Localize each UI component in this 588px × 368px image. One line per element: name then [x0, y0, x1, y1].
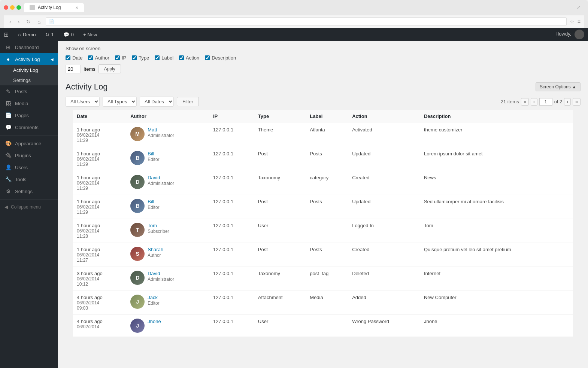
- cell-type-4: User: [254, 219, 306, 243]
- users-filter[interactable]: All Users: [66, 97, 100, 107]
- bookmark-icon[interactable]: ☆: [570, 19, 575, 25]
- address-bar[interactable]: 📄: [46, 17, 567, 26]
- user-avatar[interactable]: [575, 30, 584, 39]
- table-header-row: Date Author IP Type Label Action Descrip…: [73, 110, 573, 123]
- sidebar-item-settings[interactable]: ⚙ Settings: [0, 185, 58, 197]
- pagination-first-btn[interactable]: «: [521, 98, 529, 106]
- author-name-8[interactable]: Jhone: [148, 319, 161, 324]
- checkbox-type-input[interactable]: [132, 55, 137, 60]
- sidebar-item-activity-log[interactable]: ● Activity Log ◀: [0, 53, 58, 65]
- cell-type-0: Theme: [254, 123, 306, 147]
- collapse-icon: ◀: [4, 204, 8, 210]
- sidebar-divider-1: [0, 135, 58, 136]
- checkbox-date[interactable]: Date: [66, 55, 82, 61]
- forward-button[interactable]: ›: [16, 18, 22, 25]
- checkbox-ip[interactable]: IP: [115, 55, 126, 61]
- author-role-7: Editor: [148, 301, 159, 306]
- cell-date-7: 4 hours ago 06/02/2014 09:03: [73, 291, 127, 315]
- author-name-1[interactable]: Bill: [148, 151, 159, 156]
- checkbox-author-input[interactable]: [88, 55, 93, 60]
- pagination-last-btn[interactable]: »: [573, 98, 581, 106]
- checkbox-author[interactable]: Author: [88, 55, 109, 61]
- maximize-dot[interactable]: [16, 5, 21, 10]
- author-name-5[interactable]: Sharah: [148, 247, 163, 252]
- sidebar-divider-2: [0, 199, 58, 200]
- adminbar-updates[interactable]: ↻ 1: [43, 28, 56, 41]
- browser-tab[interactable]: Activity Log ✕: [24, 3, 84, 12]
- sidebar-item-appearance[interactable]: 🎨 Appearance: [0, 137, 58, 149]
- avatar-initials-7: J: [130, 295, 145, 309]
- sidebar-item-pages[interactable]: 📄 Pages: [0, 109, 58, 121]
- filter-button[interactable]: Filter: [177, 97, 199, 106]
- types-filter[interactable]: All Types: [103, 97, 137, 107]
- cell-label-1: Posts: [306, 147, 348, 171]
- apply-button[interactable]: Apply: [98, 64, 121, 73]
- pagination-of-label: of 2: [554, 99, 563, 104]
- pages-icon: 📄: [4, 112, 12, 118]
- checkbox-label-input[interactable]: [155, 55, 160, 60]
- browser-menu-icon[interactable]: ≡: [578, 19, 581, 25]
- date-time-0: 11:29: [77, 138, 123, 143]
- tools-icon: 🔧: [4, 176, 12, 182]
- back-button[interactable]: ‹: [7, 18, 13, 25]
- minimize-dot[interactable]: [10, 5, 15, 10]
- author-name-0[interactable]: Matt: [148, 127, 174, 133]
- checkbox-action[interactable]: Action: [179, 55, 199, 61]
- author-info-5: Sharah Author: [148, 247, 163, 258]
- checkbox-description[interactable]: Description: [205, 55, 236, 61]
- author-name-6[interactable]: David: [148, 271, 174, 276]
- author-cell-4: T Tom Subscriber: [130, 223, 206, 237]
- checkbox-date-input[interactable]: [66, 55, 70, 60]
- author-name-4[interactable]: Tom: [148, 223, 169, 228]
- sidebar-item-tools[interactable]: 🔧 Tools: [0, 173, 58, 185]
- author-name-2[interactable]: David: [148, 175, 174, 180]
- home-button[interactable]: ⌂: [36, 18, 42, 25]
- cell-action-1: Updated: [348, 147, 420, 171]
- author-role-3: Editor: [148, 205, 159, 210]
- screen-options-items-row: Items Apply: [66, 64, 581, 73]
- close-dot[interactable]: [4, 5, 8, 10]
- cell-description-2: News: [420, 171, 573, 195]
- pagination-page-input[interactable]: [539, 98, 552, 106]
- sidebar-item-dashboard[interactable]: ⊞ Dashboard: [0, 41, 58, 53]
- window-resize-icon[interactable]: ⤢: [577, 5, 584, 10]
- sidebar-item-posts[interactable]: ✎ Posts: [0, 85, 58, 97]
- sidebar-subitem-settings[interactable]: Settings: [0, 75, 58, 85]
- checkbox-ip-input[interactable]: [115, 55, 120, 60]
- pagination-next-btn[interactable]: ›: [564, 98, 571, 106]
- author-name-3[interactable]: Bill: [148, 199, 159, 204]
- cell-type-8: User: [254, 315, 306, 337]
- checkbox-type[interactable]: Type: [132, 55, 149, 61]
- adminbar-new[interactable]: + New: [81, 28, 99, 41]
- sidebar-item-comments[interactable]: 💬 Comments: [0, 121, 58, 133]
- sidebar-item-users[interactable]: 👤 Users: [0, 161, 58, 173]
- checkbox-description-input[interactable]: [205, 55, 210, 60]
- sidebar-item-media[interactable]: 🖼 Media: [0, 97, 58, 109]
- cell-author-8: J Jhone: [127, 315, 209, 337]
- sidebar-subitem-activity-log[interactable]: Activity Log: [0, 65, 58, 75]
- pagination-prev-btn[interactable]: ‹: [531, 98, 537, 106]
- author-avatar-1: B: [130, 151, 145, 165]
- author-name-7[interactable]: Jack: [148, 295, 159, 300]
- cell-author-7: J Jack Editor: [127, 291, 209, 315]
- wp-logo[interactable]: ⊞: [4, 31, 9, 38]
- adminbar-comments[interactable]: 💬 0: [61, 28, 76, 41]
- wp-admin-layout: ⊞ Dashboard ● Activity Log ◀ Activity Lo…: [0, 41, 588, 368]
- tab-close-icon[interactable]: ✕: [75, 6, 78, 10]
- checkbox-action-input[interactable]: [179, 55, 184, 60]
- dates-filter[interactable]: All Dates: [140, 97, 174, 107]
- table-row: 4 hours ago 06/02/2014 J Jhone 127.0.0.1…: [73, 315, 573, 337]
- cell-ip-5: 127.0.0.1: [209, 243, 254, 267]
- checkbox-label[interactable]: Label: [155, 55, 173, 61]
- sidebar-item-plugins[interactable]: 🔌 Plugins: [0, 149, 58, 161]
- reload-button[interactable]: ↻: [24, 18, 33, 25]
- sidebar-label-appearance: Appearance: [15, 141, 41, 146]
- sidebar-label-plugins: Plugins: [15, 153, 31, 158]
- sidebar-label-settings: Settings: [15, 189, 33, 194]
- adminbar-demo[interactable]: ⌂ Demo: [16, 28, 38, 41]
- checkbox-action-label: Action: [186, 55, 199, 61]
- screen-options-button[interactable]: Screen Options ▲: [536, 82, 581, 91]
- sidebar-collapse-btn[interactable]: ◀ Collapse menu: [0, 201, 58, 213]
- items-per-page-input[interactable]: [66, 65, 81, 73]
- author-role-6: Administrator: [148, 277, 174, 282]
